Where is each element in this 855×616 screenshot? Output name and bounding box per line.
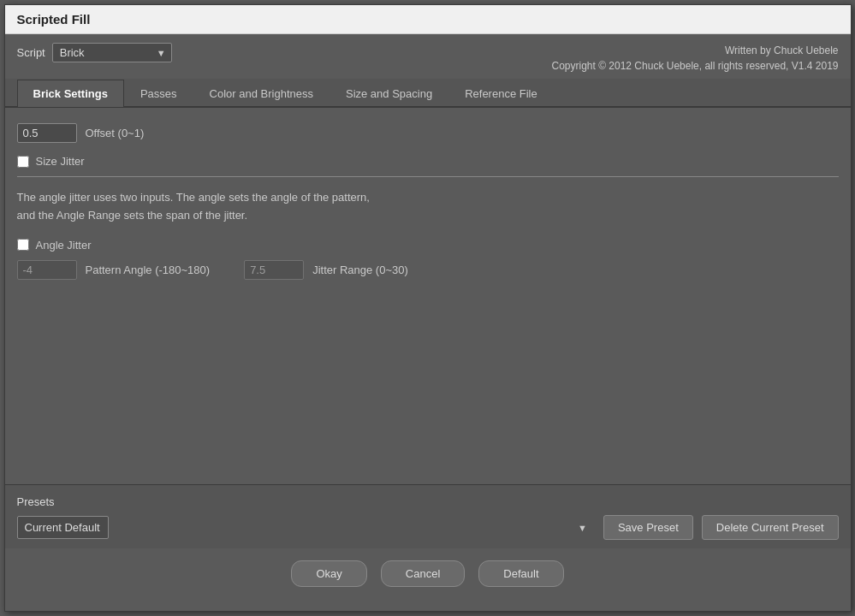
size-jitter-checkbox[interactable] [17,156,29,168]
offset-input[interactable] [17,123,77,143]
script-dropdown[interactable]: Brick [52,43,172,62]
action-buttons: Okay Cancel Default [5,548,851,601]
tab-brick-settings[interactable]: Brick Settings [17,80,124,107]
script-label: Script [17,46,45,59]
divider-1 [17,176,839,177]
script-dropdown-wrapper: Brick ▼ [52,43,172,62]
preset-dropdown[interactable]: Current Default [17,516,109,539]
jitter-range-input[interactable] [244,260,304,280]
title-bar: Scripted Fill [5,5,851,34]
size-jitter-row: Size Jitter [17,155,839,168]
size-jitter-label: Size Jitter [36,155,85,168]
tab-passes[interactable]: Passes [124,80,193,107]
angle-jitter-label: Angle Jitter [36,239,92,252]
cancel-button[interactable]: Cancel [381,560,465,587]
preset-dropdown-arrow-icon: ▼ [578,523,587,533]
offset-row: Offset (0~1) [17,123,839,143]
pattern-angle-input[interactable] [17,260,77,280]
copyright-line1: Written by Chuck Uebele [551,43,838,58]
info-text: The angle jitter uses two inputs. The an… [17,189,839,225]
copyright-line2: Copyright © 2012 Chuck Uebele, all right… [551,58,838,74]
angle-jitter-checkbox[interactable] [17,239,29,251]
presets-section: Presets Current Default ▼ Save Preset De… [5,484,851,548]
tabs-bar: Brick Settings Passes Color and Brightne… [5,79,851,108]
copyright: Written by Chuck Uebele Copyright © 2012… [551,43,838,74]
info-text-line1: The angle jitter uses two inputs. The an… [17,189,839,207]
angle-fields-row: Pattern Angle (-180~180) Jitter Range (0… [17,260,839,280]
tab-color-brightness[interactable]: Color and Brightness [193,80,330,107]
content-area: Offset (0~1) Size Jitter The angle jitte… [5,108,851,484]
preset-dropdown-wrapper: Current Default ▼ [17,516,595,539]
jitter-range-label: Jitter Range (0~30) [312,264,408,276]
header-row: Script Brick ▼ Written by Chuck Uebele C… [5,34,851,79]
scripted-fill-dialog: Scripted Fill Script Brick ▼ Written by … [4,4,852,612]
okay-button[interactable]: Okay [291,560,366,587]
script-selector: Script Brick ▼ [17,43,172,62]
info-text-line2: and the Angle Range sets the span of the… [17,207,839,225]
pattern-angle-label: Pattern Angle (-180~180) [86,264,211,276]
dialog-title: Scripted Fill [17,12,91,27]
presets-row: Current Default ▼ Save Preset Delete Cur… [17,515,839,540]
delete-preset-button[interactable]: Delete Current Preset [702,515,839,540]
save-preset-button[interactable]: Save Preset [603,515,693,540]
angle-jitter-row: Angle Jitter [17,239,839,252]
tab-reference-file[interactable]: Reference File [448,80,554,107]
offset-label: Offset (0~1) [86,127,145,139]
tab-size-spacing[interactable]: Size and Spacing [330,80,448,107]
default-button[interactable]: Default [478,560,563,587]
presets-label: Presets [17,495,839,508]
